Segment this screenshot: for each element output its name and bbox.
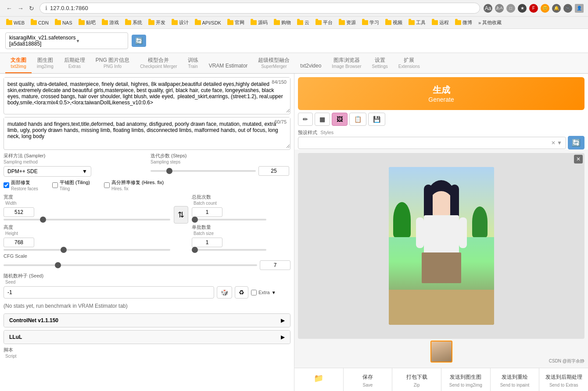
bookmark-platform[interactable]: 平台	[313, 18, 335, 27]
height-label: 高度 Height	[4, 224, 170, 236]
seed-recycle-button[interactable]: ♻	[235, 286, 248, 299]
bookmark-tieba[interactable]: 贴吧	[76, 18, 98, 27]
styles-apply-button[interactable]: 🔄	[568, 136, 584, 149]
hires-fix-checkbox[interactable]: 高分辨率修复 (Hires. fix) Hires. fix	[104, 179, 164, 191]
tab-txt2video[interactable]: txt2video	[295, 59, 326, 73]
tab-supermerger-en: SuperMerger	[258, 64, 290, 69]
tab-train-en: Train	[188, 64, 198, 69]
batch-size-slider[interactable]	[192, 249, 266, 251]
height-slider[interactable]	[4, 249, 170, 251]
browser-icon-1: Aa	[484, 4, 492, 13]
bookmark-video[interactable]: 视频	[383, 18, 405, 27]
positive-prompt-input[interactable]	[4, 78, 290, 113]
save-btn[interactable]: 💾	[368, 113, 385, 126]
folder-button[interactable]: 📁	[294, 368, 344, 391]
paste-btn[interactable]: ✏	[298, 113, 313, 126]
send-extras-button[interactable]: 发送到后期处理 Send to Extras	[539, 368, 588, 391]
img-btn[interactable]: 🖼	[332, 113, 348, 126]
bookmark-shop[interactable]: 购物	[271, 18, 294, 27]
batch-size-input[interactable]	[192, 238, 222, 247]
cfg-scale-group: CFG Scale	[4, 253, 290, 270]
clipboard-btn[interactable]: 📋	[349, 113, 366, 126]
controlnet-header[interactable]: ControlNet v1.1.150 ▶	[4, 314, 290, 327]
negative-prompt-input[interactable]	[4, 117, 290, 148]
bookmark-source[interactable]: 源码	[248, 18, 270, 27]
model-name: kisaragiMix_v21.safetensors [a5da818885]	[9, 35, 75, 47]
bookmark-nas[interactable]: NAS	[52, 19, 75, 26]
hires-fix-check-input[interactable]	[104, 182, 110, 188]
tab-checkpoint[interactable]: 模型合并 Checkpoint Merger	[135, 53, 182, 73]
seed-random-button[interactable]: 🎲	[217, 286, 232, 299]
tab-vram[interactable]: VRAM Estimator	[204, 59, 253, 73]
send-inpaint-button[interactable]: 发送到重绘 Send to inpaint	[491, 368, 540, 391]
extra-checkbox[interactable]	[251, 290, 257, 295]
tiling-check-input[interactable]	[52, 182, 58, 188]
nav-buttons: ← → ↻	[4, 4, 36, 13]
refresh-button[interactable]: ↻	[27, 4, 36, 13]
bookmark-more[interactable]: »其他收藏	[476, 18, 504, 27]
bookmark-system[interactable]: 系统	[122, 18, 145, 27]
forward-button[interactable]: →	[16, 4, 25, 13]
batch-count-input[interactable]	[192, 207, 222, 217]
bookmark-tools[interactable]: 工具	[406, 18, 428, 27]
tab-img2img[interactable]: 图生图 img2img	[32, 53, 59, 73]
tab-extras[interactable]: 后期处理 Extras	[59, 53, 90, 73]
bookmark-remote[interactable]: 远程	[429, 18, 452, 27]
bookmark-games[interactable]: 游戏	[99, 18, 122, 27]
cfg-scale-slider[interactable]	[4, 264, 257, 266]
height-input[interactable]	[4, 238, 34, 247]
tab-img2img-cn: 图生图	[37, 57, 54, 64]
generate-button[interactable]: 生成 Generate	[298, 77, 584, 110]
generate-area: 生成 Generate ✏ ▦ 🖼 📋 💾	[294, 74, 588, 129]
model-selector[interactable]: kisaragiMix_v21.safetensors [a5da818885]…	[5, 32, 128, 49]
browser-chrome: ← → ↻ ℹ 127.0.0.1:7860 Aa あA □ ★ F 😊 🔔 🎮…	[0, 0, 588, 17]
restore-faces-check-input[interactable]	[4, 182, 9, 188]
bookmark-dev[interactable]: 开发	[146, 18, 168, 27]
bookmark-api[interactable]: API/SDK	[192, 19, 224, 26]
generate-btn-cn: 生成	[305, 84, 577, 96]
save-button[interactable]: 保存 Save	[344, 368, 393, 391]
browser-icon-6: 😊	[541, 4, 549, 13]
zip-button[interactable]: 打包下载 Zip	[392, 368, 441, 391]
browser-icon-7: 🔔	[552, 4, 561, 13]
url-bar[interactable]: ℹ 127.0.0.1:7860	[39, 3, 480, 14]
bookmark-weibo[interactable]: 微博	[452, 18, 475, 27]
tab-png-info[interactable]: PNG 图片信息 PNG Info	[90, 53, 135, 73]
tab-supermerger[interactable]: 超级模型融合 SuperMerger	[253, 53, 295, 73]
batch-count-slider[interactable]	[192, 219, 266, 220]
tab-txt2img[interactable]: 文生图 txt2img	[5, 53, 32, 73]
tiling-checkbox[interactable]: 平铺图 (Tiling) Tiling	[52, 179, 90, 191]
positive-char-count: 84/150	[272, 79, 287, 85]
steps-input[interactable]	[258, 166, 289, 176]
send-img2img-button[interactable]: 发送到图生图 Send to img2img	[441, 368, 491, 391]
swap-dimensions-button[interactable]: ⇅	[174, 206, 188, 224]
width-slider[interactable]	[4, 219, 170, 220]
bookmark-design[interactable]: 设计	[169, 18, 191, 27]
tab-train[interactable]: 训练 Train	[183, 53, 204, 73]
seed-input[interactable]	[4, 286, 214, 299]
browser-icon-8: 🎮	[563, 4, 572, 13]
restore-faces-checkbox[interactable]: 面部修复 Restore faces	[4, 179, 38, 191]
bookmark-cdn[interactable]: CDN	[28, 19, 51, 26]
bookmark-web[interactable]: WEB	[4, 19, 27, 26]
bookmark-resource[interactable]: 资源	[336, 18, 359, 27]
back-button[interactable]: ←	[4, 4, 14, 13]
grid-btn[interactable]: ▦	[315, 113, 330, 126]
styles-section: 预设样式 Styles ✕ ▼ 🔄	[294, 129, 588, 149]
thumbnail-1[interactable]	[430, 341, 452, 363]
bookmark-learn[interactable]: 学习	[359, 18, 382, 27]
extra-area: Extra ▼	[251, 290, 276, 295]
cfg-scale-input[interactable]	[260, 260, 290, 270]
tab-image-browser[interactable]: 图库浏览器 Image Browser	[326, 53, 366, 73]
close-image-button[interactable]: ✕	[574, 155, 583, 164]
bookmark-cloud[interactable]: 云	[294, 18, 312, 27]
steps-slider[interactable]	[151, 170, 256, 172]
llul-header[interactable]: LLuL ▶	[4, 331, 290, 344]
styles-clear-icon[interactable]: ✕ ▼	[551, 140, 562, 146]
sampler-select[interactable]: DPM++ SDE ▼	[4, 166, 91, 177]
tab-extensions[interactable]: 扩展 Extensions	[393, 53, 425, 73]
width-input[interactable]	[4, 207, 34, 217]
tab-settings[interactable]: 设置 Settings	[367, 53, 393, 73]
refresh-model-button[interactable]: 🔄	[132, 35, 146, 47]
bookmark-official[interactable]: 官网	[225, 18, 247, 27]
